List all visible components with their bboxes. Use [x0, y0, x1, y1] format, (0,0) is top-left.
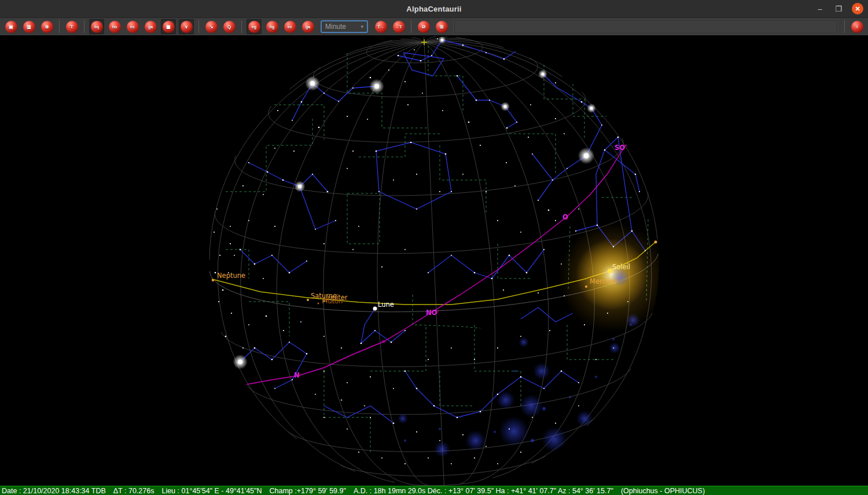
grid-galactic-button[interactable]: ga — [143, 19, 158, 34]
star — [289, 342, 290, 343]
cardinal-label-so: SO — [615, 144, 625, 152]
star — [526, 272, 528, 274]
star — [306, 261, 307, 262]
info-button[interactable]: i — [849, 19, 865, 34]
maximize-button[interactable]: ❐ — [833, 5, 844, 13]
search-object-button[interactable]: Q — [222, 19, 237, 34]
realtime-toggle-button[interactable]: Ø — [416, 19, 431, 34]
planet-dot-neptune[interactable] — [212, 279, 214, 281]
minimize-button[interactable]: – — [815, 5, 825, 13]
star — [300, 321, 301, 322]
deep-sky-dot — [595, 376, 597, 378]
labels-equatorial-button[interactable]: eg — [247, 19, 262, 34]
planet-label-pluton[interactable]: Pluton — [322, 297, 343, 305]
star — [567, 168, 568, 169]
deep-sky-dot — [404, 439, 406, 442]
command-input[interactable] — [454, 20, 837, 34]
planet-label-soleil[interactable]: Soleil — [612, 263, 630, 271]
star — [323, 93, 325, 94]
grid-ecliptic-button[interactable]: ec — [125, 19, 140, 34]
star — [367, 119, 368, 120]
star — [381, 266, 382, 267]
planet-dot-saturne[interactable] — [307, 299, 309, 301]
planet-dot-vénus[interactable] — [654, 241, 657, 244]
location-earth-button[interactable]: ⊕ — [39, 19, 54, 34]
star — [520, 376, 522, 378]
star — [393, 423, 395, 424]
star — [476, 100, 477, 101]
status-segment-3: Champ :+179° 59' 59.9" — [270, 487, 346, 495]
star — [457, 417, 458, 419]
star — [352, 151, 354, 152]
deep-sky-dot — [569, 396, 571, 398]
star — [254, 347, 256, 349]
star — [254, 263, 256, 265]
star — [358, 452, 359, 453]
time-step-select[interactable]: Minute▾ — [321, 20, 368, 33]
pointer-button[interactable]: ↘ — [204, 19, 219, 34]
star — [578, 382, 579, 383]
star — [437, 38, 438, 39]
print-button[interactable]: ▥ — [21, 19, 36, 34]
star — [534, 57, 535, 59]
bright-star — [310, 81, 315, 86]
planet-label-lune[interactable]: Lune — [378, 300, 394, 309]
calendar-button[interactable]: ⊞ — [434, 19, 449, 34]
constellation-boundary — [544, 56, 584, 140]
time-settings-button[interactable]: T — [64, 19, 79, 34]
labels-galactic-button[interactable]: ga — [300, 19, 315, 34]
star — [416, 208, 417, 210]
deep-sky-glow — [496, 391, 515, 409]
star — [230, 243, 231, 244]
grid-horizontal-button[interactable]: ho — [107, 19, 122, 34]
constellation-lines-button[interactable]: ∨ — [179, 19, 194, 34]
star — [374, 330, 376, 331]
planet-label-mercure[interactable]: Mercure — [590, 277, 617, 285]
planet-label-neptune[interactable]: Neptune — [217, 272, 245, 280]
celestial-sphere[interactable]: NeptuneSaturneJupiterPlutonLuneMercureSo… — [0, 35, 868, 486]
star — [274, 226, 275, 227]
star — [564, 133, 565, 134]
snapshot-button[interactable]: ▣ — [3, 19, 19, 34]
star — [486, 52, 487, 53]
labels-ecliptic-button[interactable]: ec — [282, 19, 297, 34]
star — [271, 255, 273, 256]
constellation-line — [403, 53, 444, 76]
labels-equatorial-icon: eg — [248, 21, 260, 33]
star — [315, 229, 316, 230]
star — [341, 399, 342, 401]
close-button[interactable]: ✕ — [852, 3, 863, 14]
star — [398, 55, 399, 57]
bright-star — [238, 360, 242, 364]
star — [543, 388, 545, 389]
star — [216, 208, 218, 210]
star — [266, 316, 267, 317]
planet-label-vénus[interactable]: Vénus — [658, 233, 678, 241]
planet-dot-pluton[interactable] — [318, 303, 319, 305]
sky-view[interactable]: NeptuneSaturneJupiterPlutonLuneMercureSo… — [0, 35, 868, 486]
star — [410, 142, 412, 144]
planet-dot-lune[interactable] — [373, 307, 377, 311]
grid-equatorial-button[interactable]: eq — [89, 19, 104, 34]
star — [219, 255, 220, 256]
deep-sky-dot — [494, 431, 496, 433]
constellation-line — [361, 309, 375, 343]
labels-horizontal-button[interactable]: hg — [264, 19, 279, 34]
constellation-boundaries-button[interactable]: ▦ — [161, 19, 176, 34]
star — [561, 263, 562, 265]
star — [292, 120, 293, 121]
star — [520, 232, 521, 233]
star — [283, 330, 284, 331]
star — [323, 243, 325, 244]
star — [428, 359, 429, 360]
star — [323, 371, 325, 372]
planet-dot-mercure[interactable] — [585, 285, 587, 288]
time-forward-button[interactable]: T→ — [373, 19, 388, 34]
planet-dot-soleil[interactable] — [608, 269, 612, 273]
time-back-button[interactable]: ←T — [391, 19, 406, 34]
application-window: AlphaCentaurii – ❐ ✕ ▣▥⊕Teqhoecga▦∨↘Qegh… — [0, 0, 868, 495]
bright-star — [298, 185, 301, 188]
star — [451, 347, 452, 349]
star — [480, 411, 481, 413]
labels-ecliptic-icon: ec — [284, 21, 296, 33]
